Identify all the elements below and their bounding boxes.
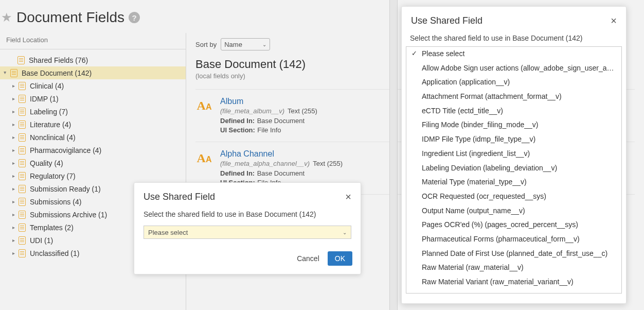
document-icon [19,82,26,90]
caret-icon[interactable]: ▸ [10,250,16,256]
tree-item[interactable]: ▸Regulatory (7) [0,169,186,182]
tree-item-label: Clinical (4) [30,82,64,90]
tree-item[interactable]: ▸Quality (4) [0,157,186,169]
tree-item[interactable]: ▸IDMP (1) [0,92,186,105]
tree-item-label: Quality (4) [30,159,63,167]
tree-item[interactable]: ▸Literature (4) [0,118,186,131]
tree-item-label: Base Document (142) [22,69,92,77]
tree-item-label: Labeling (7) [30,108,68,116]
text-field-icon: AA [195,97,213,114]
sidebar-header: Field Location [0,33,186,49]
document-icon [10,69,17,77]
dropdown-option[interactable]: Material Type (material_type__v) [406,175,621,190]
dropdown-option[interactable]: Pharmaceutical Forms (pharmaceutical_for… [406,232,621,247]
field-api-name: (file_meta_alpha_channel__v) [220,160,310,167]
dropdown-option[interactable]: OCR Requested (ocr_requested__sys) [406,190,621,204]
caret-icon[interactable]: ▸ [10,225,16,230]
caret-icon[interactable]: ▸ [10,186,16,192]
defined-in-label: Defined In: [220,169,255,177]
sort-by-select[interactable]: Name ⌄ [221,38,270,50]
document-icon [19,249,26,257]
tree-item-label: Pharmacovigilance (4) [30,146,101,154]
close-icon[interactable]: × [611,15,617,27]
caret-icon[interactable]: ▸ [3,70,8,76]
dropdown-option[interactable]: Raw Material Variant (raw_material_varia… [406,275,621,289]
caret-icon[interactable]: ▸ [10,212,16,217]
dropdown-option[interactable]: Application (application__v) [406,75,621,90]
document-icon [19,120,26,129]
dropdown-option[interactable]: Ingredient List (ingredient_list__v) [406,147,621,161]
ui-section-label: UI Section: [220,126,255,134]
document-icon [19,95,26,103]
field-api-name: (file_meta_album__v) [220,107,284,115]
help-icon[interactable]: ? [129,12,140,23]
tree-item-label: UDI (1) [30,236,53,245]
caret-icon[interactable]: ▸ [10,83,16,89]
ok-button[interactable]: OK [328,251,352,266]
page-title: Document Fields [16,9,124,26]
document-icon [19,198,26,206]
dropdown-option[interactable]: Allow Adobe Sign user actions (allow_ado… [406,61,621,76]
document-icon [19,146,26,154]
dropdown-option[interactable]: IDMP File Type (idmp_file_type__v) [406,132,621,147]
select-placeholder: Please select [148,229,188,236]
document-icon [19,133,26,142]
dropdown-option[interactable]: Region (region__v) [406,289,621,294]
tree-item-label: Nonclinical (4) [30,133,76,142]
document-icon [19,223,26,232]
caret-icon[interactable]: ▸ [10,122,16,127]
dropdown-option[interactable]: Labeling Deviation (labeling_deviation__… [406,161,621,176]
tree-item[interactable]: ▸Clinical (4) [0,79,186,92]
close-icon[interactable]: × [345,191,351,203]
caret-icon[interactable]: ▸ [10,160,16,166]
chevron-down-icon: ⌄ [343,230,347,235]
dropdown-option[interactable]: Filing Mode (binder_filing_mode__v) [406,118,621,132]
document-icon [17,56,25,64]
defined-in-value: Base Document [257,169,305,177]
shared-field-select[interactable]: Please select ⌄ [144,226,351,239]
dropdown-option[interactable]: Output Name (output_name__v) [406,204,621,218]
document-icon [19,108,26,116]
chevron-down-icon: ⌄ [262,42,266,47]
sort-by-label: Sort by [195,41,217,48]
document-icon [19,159,26,167]
scrollbar[interactable] [389,0,398,310]
tree-item-label: Submission Ready (1) [30,185,101,193]
tree-item-label: IDMP (1) [30,95,59,103]
dropdown-option[interactable]: Raw Material (raw_material__v) [406,261,621,275]
dropdown-option[interactable]: Attachment Format (attachment_format__v) [406,90,621,104]
caret-icon[interactable]: ▸ [10,199,16,204]
caret-icon[interactable]: ▸ [10,109,16,114]
defined-in-label: Defined In: [220,117,255,125]
dropdown-option[interactable]: Please select [406,47,621,61]
caret-icon[interactable]: ▸ [10,147,16,153]
defined-in-value: Base Document [257,117,305,125]
document-icon [19,185,26,193]
tree-item-label: Literature (4) [30,120,71,129]
tree-item[interactable]: ▸Nonclinical (4) [0,131,186,144]
use-shared-field-dialog-expanded: Use Shared Field × Select the shared fie… [401,6,627,304]
tree-item[interactable]: ▸Pharmacovigilance (4) [0,144,186,157]
dialog-title: Use Shared Field [144,192,215,202]
dialog-message: Select the shared field to use in Base D… [144,210,351,218]
use-shared-field-dialog: Use Shared Field × Select the shared fie… [134,182,361,274]
cancel-button[interactable]: Cancel [294,251,323,266]
dropdown-option[interactable]: eCTD Title (ectd_title__v) [406,104,621,118]
document-icon [19,211,26,219]
sort-by-value: Name [224,41,242,48]
caret-icon[interactable]: ▸ [10,96,16,101]
caret-icon[interactable]: ▸ [10,173,16,179]
tree-item[interactable]: Shared Fields (76) [0,54,186,66]
dropdown-option[interactable]: Pages OCR'ed (%) (pages_ocred_percent__s… [406,218,621,232]
tree-item[interactable]: ▸Base Document (142) [0,66,186,79]
dropdown-option[interactable]: Planned Date of First Use (planned_date_… [406,247,621,261]
shared-field-dropdown-list[interactable]: Please selectAllow Adobe Sign user actio… [406,46,622,294]
caret-icon[interactable]: ▸ [10,237,16,243]
tree-item[interactable]: ▸Labeling (7) [0,105,186,118]
tree-item-label: Submissions (4) [30,198,81,206]
tree-item-label: Regulatory (7) [30,172,76,180]
caret-icon[interactable]: ▸ [10,134,16,140]
field-type: Text (255) [313,160,343,167]
document-icon [19,172,26,180]
star-icon[interactable]: ★ [1,10,12,25]
